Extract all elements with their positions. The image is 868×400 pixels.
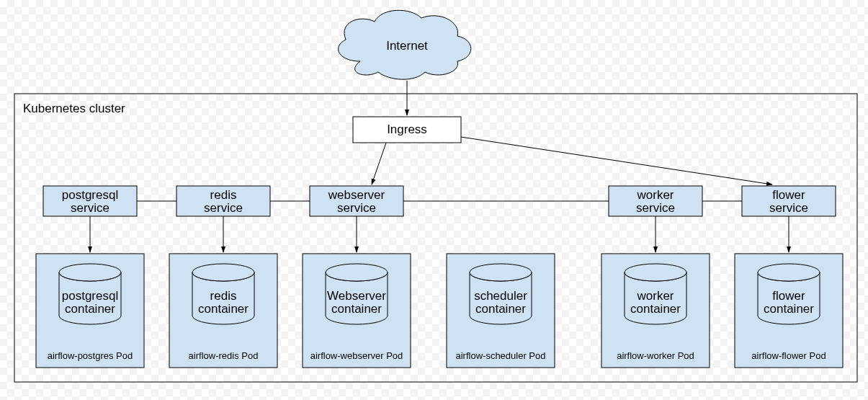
service-webserver: webserver service: [310, 186, 403, 216]
service-worker: worker service: [609, 186, 702, 216]
svg-text:container: container: [475, 302, 526, 316]
svg-text:airflow-redis Pod: airflow-redis Pod: [189, 350, 259, 361]
pod-flower: flower container airflow-flower Pod: [735, 254, 843, 368]
svg-text:service: service: [769, 201, 808, 215]
svg-point-32: [470, 264, 532, 281]
svg-text:postgresql: postgresql: [62, 188, 118, 202]
service-postgresql: postgresql service: [43, 186, 137, 216]
svg-point-37: [625, 264, 686, 281]
svg-text:airflow-worker Pod: airflow-worker Pod: [617, 350, 694, 361]
pod-scheduler: scheduler container airflow-scheduler Po…: [447, 254, 555, 368]
svg-text:Webserver: Webserver: [327, 289, 386, 303]
svg-text:container: container: [198, 302, 249, 316]
svg-point-27: [326, 264, 388, 281]
svg-text:postgresql: postgresql: [62, 289, 118, 303]
svg-text:service: service: [337, 201, 376, 215]
svg-text:airflow-flower Pod: airflow-flower Pod: [751, 350, 826, 361]
ingress-box: Ingress: [353, 117, 461, 143]
architecture-diagram: Internet Kubernetes cluster Ingress post…: [0, 0, 868, 400]
svg-text:worker: worker: [636, 188, 674, 202]
cloud-label: Internet: [386, 39, 428, 53]
svg-text:webserver: webserver: [328, 188, 385, 202]
service-redis: redis service: [176, 186, 270, 216]
svg-text:redis: redis: [210, 188, 237, 202]
cloud-internet: Internet: [339, 10, 471, 79]
pod-redis: redis container airflow-redis Pod: [169, 254, 277, 368]
svg-text:service: service: [204, 201, 243, 215]
svg-text:airflow-postgres Pod: airflow-postgres Pod: [48, 350, 133, 361]
svg-text:airflow-scheduler Pod: airflow-scheduler Pod: [455, 350, 545, 361]
service-flower: flower service: [742, 186, 836, 216]
svg-text:container: container: [630, 302, 681, 316]
svg-text:scheduler: scheduler: [474, 289, 527, 303]
svg-text:container: container: [331, 302, 382, 316]
svg-point-42: [758, 264, 820, 281]
svg-text:flower: flower: [772, 188, 805, 202]
arrow-ingress-to-flower: [461, 137, 772, 185]
svg-text:service: service: [71, 201, 109, 215]
svg-text:service: service: [636, 201, 675, 215]
svg-text:worker: worker: [636, 289, 674, 303]
pod-webserver: Webserver container airflow-webserver Po…: [303, 254, 411, 368]
svg-text:airflow-webserver Pod: airflow-webserver Pod: [310, 350, 403, 361]
pod-worker: worker container airflow-worker Pod: [601, 254, 710, 368]
svg-point-17: [59, 264, 121, 281]
svg-text:container: container: [764, 302, 814, 316]
svg-text:redis: redis: [210, 289, 237, 303]
ingress-label: Ingress: [387, 123, 427, 136]
svg-text:container: container: [65, 302, 115, 316]
pod-postgres: postgresql container airflow-postgres Po…: [36, 254, 144, 368]
svg-text:flower: flower: [772, 289, 805, 303]
cluster-title: Kubernetes cluster: [23, 102, 125, 115]
arrow-ingress-to-webserver: [372, 143, 386, 185]
svg-point-22: [192, 264, 254, 281]
